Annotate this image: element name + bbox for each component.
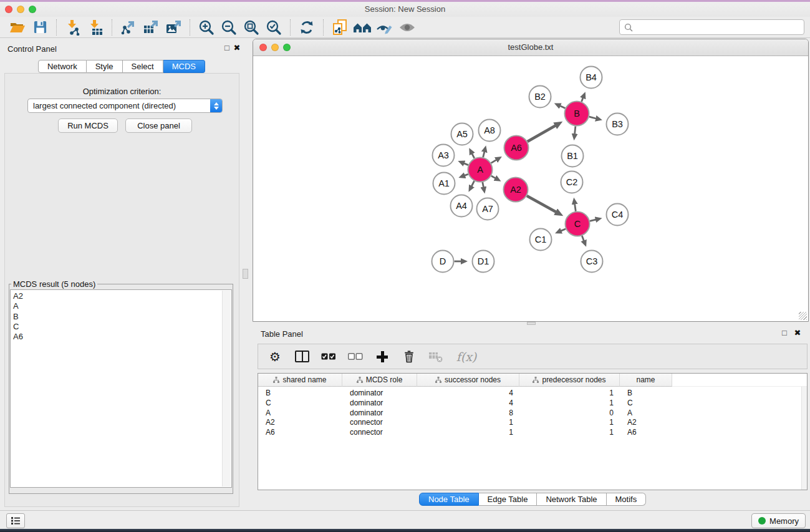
table-row[interactable]: Cdominator41C <box>258 399 807 409</box>
edge-C-C2[interactable] <box>575 204 576 211</box>
close-window-button[interactable] <box>259 44 267 51</box>
table-cell[interactable]: A <box>258 409 342 418</box>
close-panel-button[interactable]: Close panel <box>125 118 192 133</box>
edge-C-C3[interactable] <box>582 236 584 241</box>
table-cell[interactable]: 1 <box>519 418 620 428</box>
table-row[interactable]: Bdominator41B <box>258 389 807 399</box>
node-A1[interactable]: A1 <box>433 173 455 195</box>
add-column-button[interactable] <box>374 349 390 365</box>
table-cell[interactable]: A6 <box>258 428 342 438</box>
edge-A-A1[interactable] <box>465 174 468 175</box>
table-tab-edge-table[interactable]: Edge Table <box>479 493 538 506</box>
close-panel-icon[interactable]: ✖ <box>232 43 242 52</box>
table-tab-network-table[interactable]: Network Table <box>537 493 606 506</box>
node-A[interactable]: A <box>468 158 493 182</box>
close-table-panel-icon[interactable]: ✖ <box>793 328 803 337</box>
node-C1[interactable]: C1 <box>530 229 552 251</box>
deselect-all-button[interactable] <box>347 349 364 365</box>
tab-select[interactable]: Select <box>123 60 163 73</box>
column-header-successor-nodes[interactable]: successor nodes <box>417 374 519 387</box>
table-cell[interactable]: A2 <box>258 418 342 428</box>
edge-B-B4[interactable] <box>582 98 583 102</box>
zoom-window-button[interactable] <box>283 44 291 51</box>
table-cell[interactable]: A6 <box>620 428 672 438</box>
task-history-button[interactable] <box>6 513 25 528</box>
node-B2[interactable]: B2 <box>529 86 551 108</box>
edge-A-A6[interactable] <box>491 160 496 163</box>
table-cell[interactable]: B <box>258 389 342 399</box>
edge-C-C1[interactable] <box>561 229 566 231</box>
table-cell[interactable]: dominator <box>342 409 417 418</box>
run-mcds-button[interactable]: Run MCDS <box>58 118 118 133</box>
mcds-result-list[interactable]: A2ABCA6 <box>10 289 232 488</box>
node-C2[interactable]: C2 <box>561 172 583 193</box>
list-scrollbar[interactable] <box>222 291 231 486</box>
traffic-lights[interactable] <box>259 44 291 51</box>
show-eye-button[interactable] <box>396 18 418 37</box>
mcds-result-item[interactable]: A <box>13 301 231 311</box>
table-tab-node-table[interactable]: Node Table <box>419 493 479 506</box>
export-network-button[interactable] <box>117 18 140 37</box>
zoom-selected-button[interactable] <box>263 18 285 37</box>
search-input[interactable] <box>635 21 804 34</box>
table-cell[interactable]: 0 <box>519 409 620 418</box>
table-scrollbar[interactable] <box>801 387 807 490</box>
table-cell[interactable]: dominator <box>342 389 417 399</box>
zoom-window-button[interactable] <box>29 6 36 13</box>
mcds-result-item[interactable]: B <box>13 312 231 322</box>
zoom-out-button[interactable] <box>218 18 240 37</box>
export-image-button[interactable] <box>162 18 185 37</box>
show-columns-button[interactable] <box>294 349 310 365</box>
import-table-button[interactable] <box>84 18 107 37</box>
node-A3[interactable]: A3 <box>433 145 455 167</box>
mcds-result-item[interactable]: A6 <box>13 332 231 342</box>
node-B4[interactable]: B4 <box>581 67 602 89</box>
select-all-button[interactable] <box>321 349 337 365</box>
table-cell[interactable]: 1 <box>417 428 519 438</box>
table-cell[interactable]: C <box>258 399 342 409</box>
table-cell[interactable]: 4 <box>417 389 519 399</box>
optimization-dropdown[interactable]: largest connected component (directed) <box>27 99 223 113</box>
table-cell[interactable]: C <box>620 399 672 409</box>
node-B3[interactable]: B3 <box>607 114 629 135</box>
table-cell[interactable]: 8 <box>417 409 519 418</box>
import-network-button[interactable] <box>62 18 84 37</box>
table-row[interactable]: A2connector11A2 <box>258 418 807 428</box>
traffic-lights[interactable] <box>5 6 36 13</box>
node-D[interactable]: D <box>432 251 454 273</box>
node-A6[interactable]: A6 <box>504 136 529 160</box>
table-cell[interactable]: 1 <box>519 428 620 438</box>
network-window-titlebar[interactable]: testGlobe.txt <box>253 39 808 56</box>
refresh-layout-button[interactable] <box>296 18 318 37</box>
tab-style[interactable]: Style <box>87 60 123 73</box>
table-cell[interactable]: A2 <box>620 418 672 428</box>
delete-column-button[interactable] <box>401 349 417 365</box>
table-cell[interactable]: dominator <box>342 399 417 409</box>
save-session-button[interactable] <box>29 18 51 37</box>
memory-button[interactable]: Memory <box>751 513 806 528</box>
node-B[interactable]: B <box>565 102 589 126</box>
table-cell[interactable]: 4 <box>417 399 519 409</box>
node-A2[interactable]: A2 <box>504 178 528 202</box>
edge-B-B3[interactable] <box>589 117 596 118</box>
tab-mcds[interactable]: MCDS <box>163 60 205 73</box>
node-A8[interactable]: A8 <box>479 120 501 142</box>
table-cell[interactable]: connector <box>342 428 417 438</box>
edge-A-A4[interactable] <box>471 181 474 186</box>
table-cell[interactable]: connector <box>342 418 417 428</box>
minimize-window-button[interactable] <box>17 6 24 13</box>
node-A5[interactable]: A5 <box>451 123 473 145</box>
hide-selected-button[interactable] <box>374 18 396 37</box>
close-window-button[interactable] <box>5 6 12 13</box>
column-header-shared-name[interactable]: shared name <box>258 374 342 387</box>
minimize-window-button[interactable] <box>271 44 279 51</box>
edge-A6-B[interactable] <box>528 126 556 142</box>
node-C4[interactable]: C4 <box>607 204 629 226</box>
node-D1[interactable]: D1 <box>473 251 494 273</box>
open-file-button[interactable] <box>6 18 29 37</box>
table-row[interactable]: Adominator80A <box>258 409 807 418</box>
table-row[interactable]: A6connector11A6 <box>258 428 807 438</box>
table-settings-button[interactable]: ⚙ <box>267 349 283 365</box>
edge-A-A7[interactable] <box>483 182 484 187</box>
table-cell[interactable]: 1 <box>519 389 620 399</box>
